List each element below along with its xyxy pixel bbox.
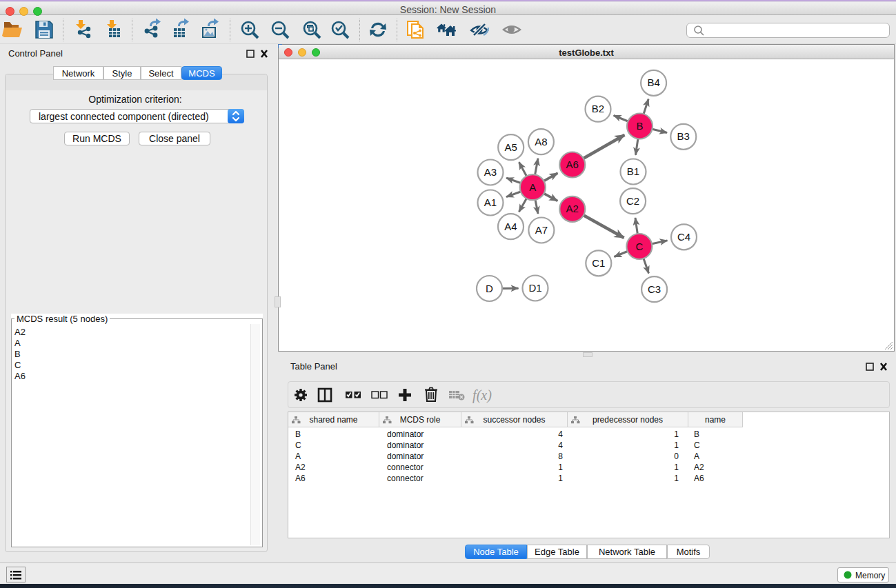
- svg-text:A5: A5: [505, 141, 517, 153]
- svg-text:A8: A8: [535, 136, 547, 148]
- svg-text:C4: C4: [677, 231, 690, 243]
- svg-text:B4: B4: [647, 77, 659, 88]
- svg-text:D: D: [486, 283, 493, 294]
- svg-text:f(x): f(x): [472, 387, 492, 403]
- svg-text:B2: B2: [592, 103, 604, 114]
- svg-text:A4: A4: [504, 221, 517, 232]
- svg-text:C1: C1: [592, 257, 605, 269]
- svg-text:A6: A6: [566, 159, 579, 170]
- svg-text:A2: A2: [566, 203, 579, 214]
- svg-text:B3: B3: [677, 130, 690, 142]
- svg-text:A: A: [529, 181, 536, 193]
- svg-text:C: C: [635, 241, 643, 252]
- svg-text:A3: A3: [484, 166, 497, 178]
- svg-text:B1: B1: [627, 165, 639, 177]
- svg-text:C3: C3: [648, 283, 661, 295]
- svg-text:B: B: [636, 120, 643, 132]
- svg-text:C2: C2: [626, 195, 639, 207]
- svg-text:D1: D1: [528, 282, 541, 294]
- svg-text:A1: A1: [484, 196, 497, 208]
- svg-text:A7: A7: [535, 224, 548, 236]
